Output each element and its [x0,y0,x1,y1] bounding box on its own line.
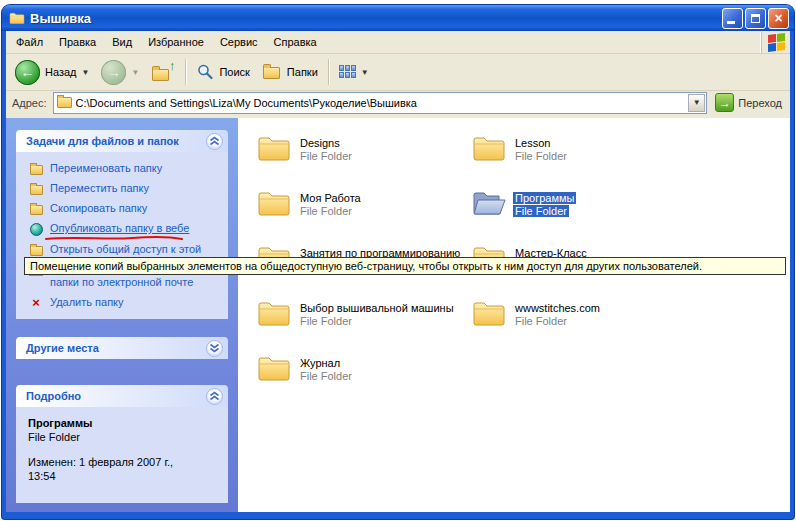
details-section: Подробно Программы File Folder Изменен: … [16,385,228,503]
annotation-underline [44,235,184,242]
address-input[interactable] [76,97,685,109]
back-dropdown-icon: ▼ [82,68,90,77]
file-tasks-body: Переименовать папку Переместить папку Ск… [16,152,228,319]
file-item-lesson[interactable]: LessonFile Folder [472,134,687,189]
task-copy-folder[interactable]: Скопировать папку [28,202,224,215]
details-title: Подробно [26,390,81,402]
go-icon: → [715,93,734,112]
folder-icon [257,354,291,382]
go-button[interactable]: → Переход [713,93,784,112]
file-item-zhurnal[interactable]: ЖурналFile Folder [257,354,472,409]
forward-button[interactable]: → ▼ [96,57,144,88]
explorer-window: Вышивка × Файл Правка Вид Избранное Серв… [2,5,794,519]
search-icon [196,63,214,81]
minimize-button[interactable] [722,8,743,29]
forward-icon: → [101,60,126,85]
chevron-up-icon[interactable] [206,388,223,405]
file-item-designs[interactable]: DesignsFile Folder [257,134,472,189]
go-label: Переход [738,97,782,109]
menu-view[interactable]: Вид [104,33,140,51]
address-bar: Адрес: ▼ → Переход [6,91,790,118]
windows-flag-icon [768,33,785,52]
share-folder-icon [28,243,44,256]
address-dropdown-button[interactable]: ▼ [688,94,705,112]
menu-tools[interactable]: Сервис [212,33,266,51]
file-tasks-section: Задачи для файлов и папок Переименовать … [16,130,228,319]
file-tasks-header[interactable]: Задачи для файлов и папок [16,130,228,152]
back-label: Назад [45,66,77,78]
views-button[interactable]: ▼ [334,62,374,82]
window-folder-icon [9,11,25,25]
globe-icon [28,222,44,236]
close-button[interactable]: × [768,8,789,29]
folders-icon [262,61,282,83]
folder-icon [28,182,44,195]
minimize-icon [727,21,735,24]
task-delete-folder[interactable]: × Удалить папку [28,296,224,309]
folder-icon [257,299,291,327]
details-modified: Изменен: 1 февраля 2007 г., 13:54 [28,455,178,483]
toolbar-separator [185,59,186,85]
menu-bar: Файл Правка Вид Избранное Сервис Справка [6,31,790,54]
window-title: Вышивка [30,11,717,26]
chevron-up-icon[interactable] [206,133,223,150]
search-label: Поиск [219,66,249,78]
folders-button[interactable]: Папки [257,58,323,86]
other-places-title: Другие места [26,342,99,354]
menu-favorites[interactable]: Избранное [140,33,212,51]
menu-edit[interactable]: Правка [51,33,104,51]
search-button[interactable]: Поиск [191,60,254,84]
folder-icon [472,299,506,327]
title-bar[interactable]: Вышивка × [2,5,794,31]
toolbar-separator [328,59,329,85]
task-move-folder[interactable]: Переместить папку [28,182,224,195]
forward-dropdown-icon: ▼ [131,68,139,77]
back-button[interactable]: ← Назад ▼ [10,57,94,88]
task-share-folder[interactable]: Открыть общий доступ к этой [28,243,224,256]
toolbar: ← Назад ▼ → ▼ ↑ Поиск Папки ▼ [6,54,790,91]
windows-logo [761,32,788,53]
address-combobox: ▼ [53,92,708,114]
address-folder-icon [57,97,72,108]
views-dropdown-icon: ▼ [361,68,369,77]
up-button[interactable]: ↑ [146,58,180,86]
file-tasks-title: Задачи для файлов и папок [26,135,179,147]
folder-icon [472,134,506,162]
folder-icon [257,189,291,217]
other-places-section: Другие места [16,337,228,359]
details-file-name: Программы [28,417,224,429]
task-publish-folder-web[interactable]: Опубликовать папку в вебе [28,222,224,236]
open-folder-icon [472,189,506,217]
maximize-icon [751,14,760,23]
folder-icon [28,202,44,215]
folder-icon [257,134,291,162]
folder-icon [28,162,44,175]
details-body: Программы File Folder Изменен: 1 февраля… [16,407,228,503]
up-folder-icon: ↑ [151,61,175,83]
details-file-type: File Folder [28,431,224,443]
menu-file[interactable]: Файл [8,33,51,51]
back-icon: ← [15,60,40,85]
task-pane: Задачи для файлов и папок Переименовать … [6,118,238,512]
content-area: DesignsFile Folder LessonFile Folder Моя… [238,118,790,512]
maximize-button[interactable] [745,8,766,29]
chevron-down-icon[interactable] [206,340,223,357]
tooltip: Помещение копий выбранных элементов на о… [24,257,786,275]
address-label: Адрес: [12,97,47,109]
details-header[interactable]: Подробно [16,385,228,407]
views-icon [339,65,356,79]
task-rename-folder[interactable]: Переименовать папку [28,162,224,175]
delete-icon: × [28,296,44,309]
file-item-moya-rabota[interactable]: Моя РаботаFile Folder [257,189,472,244]
other-places-header[interactable]: Другие места [16,337,228,359]
file-item-vybor-mashiny[interactable]: Выбор вышивальной машиныFile Folder [257,299,472,354]
file-item-wwwstitches[interactable]: wwwstitches.comFile Folder [472,299,687,354]
file-item-programmy-selected[interactable]: ПрограммыFile Folder [472,189,687,244]
main-area: Задачи для файлов и папок Переименовать … [6,118,790,512]
folders-label: Папки [287,66,318,78]
menu-help[interactable]: Справка [266,33,325,51]
